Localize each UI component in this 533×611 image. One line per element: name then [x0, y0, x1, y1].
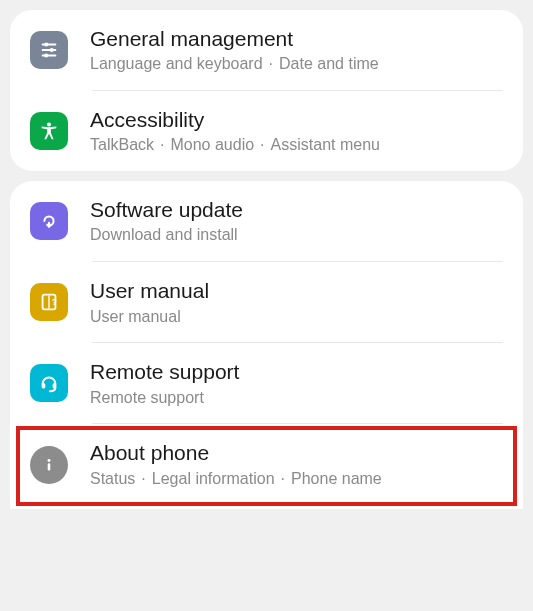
svg-point-1 — [44, 42, 48, 46]
svg-point-12 — [48, 458, 51, 461]
svg-rect-0 — [42, 44, 57, 46]
item-text: Software update Download and install — [90, 196, 503, 246]
item-subtitle: User manual — [90, 307, 503, 328]
item-subtitle: Status·Legal information·Phone name — [90, 469, 503, 490]
svg-point-3 — [50, 48, 54, 52]
item-title: User manual — [90, 277, 503, 304]
item-title: General management — [90, 25, 503, 52]
settings-item-accessibility[interactable]: Accessibility TalkBack·Mono audio·Assist… — [10, 91, 523, 171]
manual-icon: ? — [30, 283, 68, 321]
settings-group-2: Software update Download and install ? U… — [10, 181, 523, 508]
svg-point-6 — [47, 123, 51, 127]
item-subtitle: Download and install — [90, 225, 503, 246]
item-title: About phone — [90, 439, 503, 466]
accessibility-icon — [30, 112, 68, 150]
settings-item-about-phone[interactable]: About phone Status·Legal information·Pho… — [10, 424, 523, 504]
item-subtitle: Remote support — [90, 388, 503, 409]
item-subtitle: Language and keyboard·Date and time — [90, 54, 503, 75]
svg-rect-10 — [42, 383, 46, 389]
headset-icon — [30, 364, 68, 402]
item-text: Accessibility TalkBack·Mono audio·Assist… — [90, 106, 503, 156]
sliders-icon — [30, 31, 68, 69]
item-subtitle: TalkBack·Mono audio·Assistant menu — [90, 135, 503, 156]
svg-text:?: ? — [52, 298, 57, 307]
item-title: Remote support — [90, 358, 503, 385]
settings-item-general-management[interactable]: General management Language and keyboard… — [10, 10, 523, 90]
svg-rect-4 — [42, 55, 57, 57]
settings-item-remote-support[interactable]: Remote support Remote support — [10, 343, 523, 423]
settings-item-software-update[interactable]: Software update Download and install — [10, 181, 523, 261]
settings-group-1: General management Language and keyboard… — [10, 10, 523, 171]
item-title: Software update — [90, 196, 503, 223]
item-title: Accessibility — [90, 106, 503, 133]
item-text: User manual User manual — [90, 277, 503, 327]
info-icon — [30, 446, 68, 484]
item-text: About phone Status·Legal information·Pho… — [90, 439, 503, 489]
item-text: General management Language and keyboard… — [90, 25, 503, 75]
svg-rect-2 — [42, 49, 57, 51]
item-text: Remote support Remote support — [90, 358, 503, 408]
svg-point-5 — [44, 53, 48, 57]
svg-rect-13 — [48, 463, 51, 470]
settings-item-user-manual[interactable]: ? User manual User manual — [10, 262, 523, 342]
update-icon — [30, 202, 68, 240]
